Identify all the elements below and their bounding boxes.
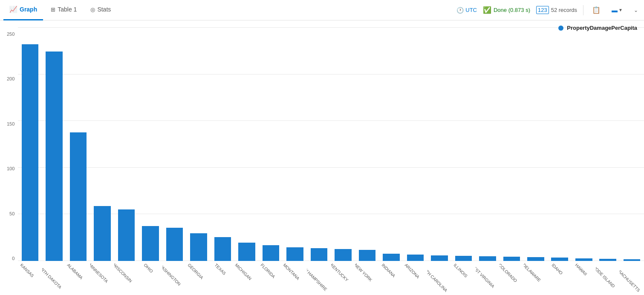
clock-icon: 🕐 — [456, 7, 464, 14]
bar-group — [283, 32, 307, 261]
x-label-group: OHIO — [139, 261, 162, 295]
bar-group — [211, 32, 234, 261]
bar[interactable] — [359, 250, 376, 261]
bar[interactable] — [22, 44, 39, 261]
bar-group — [403, 32, 427, 261]
bar-group — [307, 32, 331, 261]
bar[interactable] — [455, 256, 472, 261]
bar-group — [162, 32, 186, 261]
bar[interactable] — [118, 209, 135, 261]
x-label: KENTUCKY — [331, 263, 349, 282]
bar[interactable] — [527, 257, 544, 261]
x-label-group: GEORGIA — [187, 261, 211, 295]
x-label: SOUTH CAROLINA — [427, 263, 449, 293]
x-label: NEW HAMPSHIRE — [307, 263, 328, 292]
x-label: MICHIGAN — [235, 263, 253, 281]
bar-group — [66, 32, 90, 261]
bar-group — [451, 32, 475, 261]
bar[interactable] — [190, 233, 207, 261]
bar-group — [572, 32, 596, 261]
bar[interactable] — [479, 256, 496, 261]
bar-group — [139, 32, 162, 261]
x-label: ALABAMA — [66, 263, 84, 280]
x-label-group: WISCONSIN — [114, 261, 138, 295]
records-icon: 123 — [536, 6, 549, 14]
x-label: IDAHO — [551, 263, 564, 275]
bar[interactable] — [286, 247, 303, 261]
bar[interactable] — [70, 132, 87, 261]
x-label: ARIZONA — [404, 263, 420, 279]
x-label-group: DELAWARE — [524, 261, 548, 295]
x-label-group: FLORIDA — [259, 261, 283, 295]
x-label: TEXAS — [214, 263, 227, 276]
bar-group — [259, 32, 283, 261]
chart-legend: PropertyDamagePerCapita — [558, 25, 637, 31]
bar[interactable] — [142, 226, 159, 261]
toolbar: 📈 Graph ⊞ Table 1 ◎ Stats 🕐 UTC ✅ Done (… — [0, 0, 644, 20]
x-label: DELAWARE — [524, 263, 542, 283]
bar[interactable] — [238, 243, 255, 261]
bar[interactable] — [407, 255, 424, 261]
x-label: NORTH DAKOTA — [42, 263, 63, 289]
copy-icon: 📋 — [592, 6, 601, 14]
bar-group — [620, 32, 644, 261]
table-icon: ⊞ — [51, 6, 55, 13]
bar-group — [18, 32, 42, 261]
bar[interactable] — [46, 52, 63, 261]
bar[interactable] — [503, 257, 520, 261]
x-label-group: HAWAII — [572, 261, 596, 295]
bar[interactable] — [431, 255, 448, 261]
x-label-group: IDAHO — [548, 261, 572, 295]
bar-group — [42, 32, 66, 261]
x-label: GEORGIA — [187, 263, 204, 280]
x-label: WEST VIRGINIA — [476, 263, 496, 289]
x-label-group: WEST VIRGINIA — [476, 261, 500, 295]
columns-icon: ▬ — [612, 7, 618, 14]
bar-group — [379, 32, 403, 261]
tab-graph[interactable]: 📈 Graph — [3, 0, 43, 20]
y-axis: 0 50 100 150 200 250 — [0, 27, 18, 295]
bar[interactable] — [335, 249, 352, 261]
chevron-down-icon: ▼ — [618, 8, 623, 12]
x-label: MINNESOTA — [90, 263, 109, 284]
bar-group — [524, 32, 548, 261]
chart-area: KANSASNORTH DAKOTAALABAMAMINNESOTAWISCON… — [18, 27, 644, 295]
x-label-group: SOUTH CAROLINA — [427, 261, 451, 295]
bar[interactable] — [551, 258, 568, 261]
x-label-group: ARIZONA — [403, 261, 427, 295]
legend-dot — [558, 26, 563, 31]
x-label: MONTANA — [283, 263, 300, 281]
utc-button[interactable]: 🕐 UTC — [456, 7, 477, 14]
copy-button[interactable]: 📋 — [589, 4, 603, 16]
bar[interactable] — [263, 245, 280, 261]
x-label-group: MONTANA — [283, 261, 307, 295]
bar[interactable] — [94, 206, 111, 261]
expand-button[interactable]: ⌄ — [631, 6, 641, 15]
x-label: HAWAII — [575, 263, 588, 276]
done-status: ✅ Done (0.873 s) — [483, 6, 530, 14]
x-label: KANSAS — [20, 263, 35, 278]
bar-group — [114, 32, 138, 261]
x-label-group: INDIANA — [379, 261, 403, 295]
x-label-group: WASHINGTON — [162, 261, 186, 295]
x-label: WASHINGTON — [162, 263, 182, 286]
bar[interactable] — [311, 248, 328, 261]
x-label-group: NORTH DAKOTA — [42, 261, 66, 295]
columns-button[interactable]: ▬ ▼ — [609, 5, 625, 15]
bar[interactable] — [383, 254, 400, 261]
bar[interactable] — [166, 228, 183, 261]
bar[interactable] — [214, 237, 231, 261]
x-label: COLORADO — [500, 263, 518, 283]
stats-icon: ◎ — [90, 6, 95, 13]
x-label-group: ALABAMA — [66, 261, 90, 295]
bar-group — [187, 32, 211, 261]
bar-group — [235, 32, 259, 261]
x-label-group: MASSACHUSETTS — [620, 261, 644, 295]
x-labels: KANSASNORTH DAKOTAALABAMAMINNESOTAWISCON… — [18, 261, 644, 295]
tab-stats[interactable]: ◎ Stats — [84, 0, 117, 20]
x-label-group: NEW HAMPSHIRE — [307, 261, 331, 295]
tab-table[interactable]: ⊞ Table 1 — [45, 0, 83, 20]
bars-wrapper — [18, 27, 644, 261]
x-label: OHIO — [143, 263, 154, 274]
x-label-group: ILLINOIS — [451, 261, 475, 295]
